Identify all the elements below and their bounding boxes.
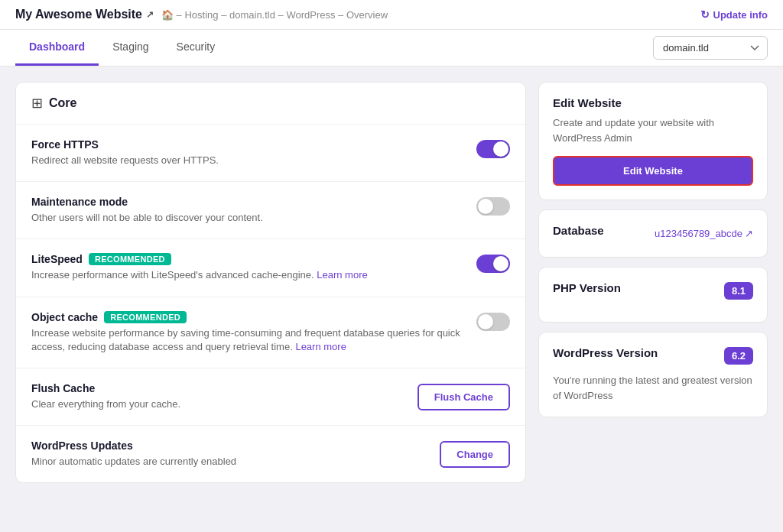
object-cache-toggle[interactable] (476, 313, 510, 331)
php-version-badge: 8.1 (724, 282, 753, 300)
setting-force-https-control (476, 138, 510, 158)
setting-force-https: Force HTTPS Redirect all website request… (16, 125, 525, 182)
setting-litespeed: LiteSpeed RECOMMENDED Increase performan… (16, 239, 525, 297)
setting-object-cache-control (476, 311, 510, 331)
setting-maintenance-mode-control (476, 196, 510, 216)
setting-flush-cache-control: Flush Cache (417, 382, 510, 410)
breadcrumb: 🏠 – Hosting – domain.tld – WordPress – O… (161, 9, 693, 21)
setting-flush-cache-title: Flush Cache (31, 382, 402, 394)
wordpress-version-note: You're running the latest and greatest v… (553, 373, 753, 403)
site-title: My Awesome Website ↗ (15, 8, 154, 21)
database-card: Database u123456789_abcde ↗ (538, 209, 768, 258)
toggle-thumb (478, 314, 493, 329)
refresh-icon: ↻ (700, 8, 710, 21)
setting-force-https-title: Force HTTPS (31, 138, 461, 151)
setting-flush-cache-info: Flush Cache Clear everything from your c… (31, 382, 417, 411)
php-version-card: PHP Version 8.1 (538, 267, 768, 323)
setting-object-cache-desc: Increase website performance by saving t… (31, 326, 461, 354)
tabs-right: domain.tld (653, 30, 768, 66)
php-version-row: PHP Version 8.1 (553, 281, 753, 300)
wordpress-version-title: WordPress Version (553, 346, 658, 359)
edit-website-title: Edit Website (553, 96, 753, 109)
right-panel: Edit Website Create and update your webs… (538, 82, 768, 483)
setting-object-cache-title: Object cache RECOMMENDED (31, 311, 461, 323)
litespeed-learn-more-link[interactable]: Learn more (317, 269, 367, 281)
database-link[interactable]: u123456789_abcde ↗ (655, 228, 753, 239)
left-panel: ⊞ Core Force HTTPS Redirect all website … (15, 82, 526, 483)
setting-maintenance-mode-info: Maintenance mode Other users will not be… (31, 196, 476, 225)
update-info-label: Update info (713, 9, 768, 21)
layers-icon: ⊞ (31, 95, 43, 112)
setting-litespeed-title: LiteSpeed RECOMMENDED (31, 253, 461, 265)
toggle-thumb (493, 141, 508, 157)
setting-wp-updates: WordPress Updates Minor automatic update… (16, 426, 525, 482)
force-https-toggle[interactable] (476, 140, 510, 158)
update-info-button[interactable]: ↻ Update info (700, 8, 768, 21)
panel-title: Core (49, 96, 76, 110)
setting-litespeed-info: LiteSpeed RECOMMENDED Increase performan… (31, 253, 476, 282)
wordpress-version-card: WordPress Version 6.2 You're running the… (538, 332, 768, 417)
setting-object-cache: Object cache RECOMMENDED Increase websit… (16, 297, 525, 368)
setting-litespeed-desc: Increase performance with LiteSpeed's ad… (31, 268, 461, 282)
setting-wp-updates-desc: Minor automatic updates are currently en… (31, 455, 424, 469)
litespeed-toggle[interactable] (476, 255, 510, 273)
database-external-icon: ↗ (745, 228, 753, 239)
setting-force-https-desc: Redirect all website requests over HTTPS… (31, 154, 461, 167)
edit-website-desc: Create and update your website with Word… (553, 115, 753, 145)
setting-maintenance-mode: Maintenance mode Other users will not be… (16, 182, 525, 239)
litespeed-badge: RECOMMENDED (89, 253, 171, 265)
external-link-icon: ↗ (146, 9, 154, 20)
tab-staging[interactable]: Staging (99, 30, 162, 66)
setting-maintenance-mode-desc: Other users will not be able to discover… (31, 211, 461, 225)
site-title-text: My Awesome Website (15, 8, 142, 21)
setting-litespeed-control (476, 253, 510, 273)
domain-select[interactable]: domain.tld (653, 36, 768, 60)
object-cache-badge: RECOMMENDED (104, 311, 187, 323)
wordpress-version-row: WordPress Version 6.2 (553, 346, 753, 365)
database-link-text: u123456789_abcde (655, 228, 742, 239)
breadcrumb-text: – Hosting – domain.tld – WordPress – Ove… (177, 9, 388, 21)
panel-header: ⊞ Core (16, 83, 525, 125)
wordpress-version-badge: 6.2 (724, 347, 753, 365)
setting-wp-updates-title: WordPress Updates (31, 440, 424, 452)
setting-wp-updates-info: WordPress Updates Minor automatic update… (31, 440, 440, 469)
object-cache-learn-more-link[interactable]: Learn more (295, 341, 346, 352)
setting-flush-cache-desc: Clear everything from your cache. (31, 397, 402, 411)
edit-website-card: Edit Website Create and update your webs… (538, 82, 768, 200)
database-row: Database u123456789_abcde ↗ (553, 224, 753, 243)
php-version-title: PHP Version (553, 281, 621, 294)
edit-website-button[interactable]: Edit Website (553, 156, 753, 186)
setting-object-cache-info: Object cache RECOMMENDED Increase websit… (31, 311, 476, 354)
setting-force-https-info: Force HTTPS Redirect all website request… (31, 138, 476, 167)
tabs-bar: Dashboard Staging Security domain.tld (0, 30, 783, 66)
tab-dashboard[interactable]: Dashboard (15, 30, 99, 66)
main-content: ⊞ Core Force HTTPS Redirect all website … (0, 66, 783, 498)
flush-cache-button[interactable]: Flush Cache (417, 384, 510, 410)
setting-maintenance-mode-title: Maintenance mode (31, 196, 461, 208)
top-bar: My Awesome Website ↗ 🏠 – Hosting – domai… (0, 0, 783, 30)
wp-updates-change-button[interactable]: Change (440, 441, 510, 468)
setting-flush-cache: Flush Cache Clear everything from your c… (16, 368, 525, 426)
maintenance-mode-toggle[interactable] (476, 197, 510, 216)
breadcrumb-home-icon: 🏠 (161, 9, 174, 21)
tab-security[interactable]: Security (163, 30, 229, 66)
database-title: Database (553, 224, 604, 237)
setting-wp-updates-control: Change (440, 440, 510, 468)
